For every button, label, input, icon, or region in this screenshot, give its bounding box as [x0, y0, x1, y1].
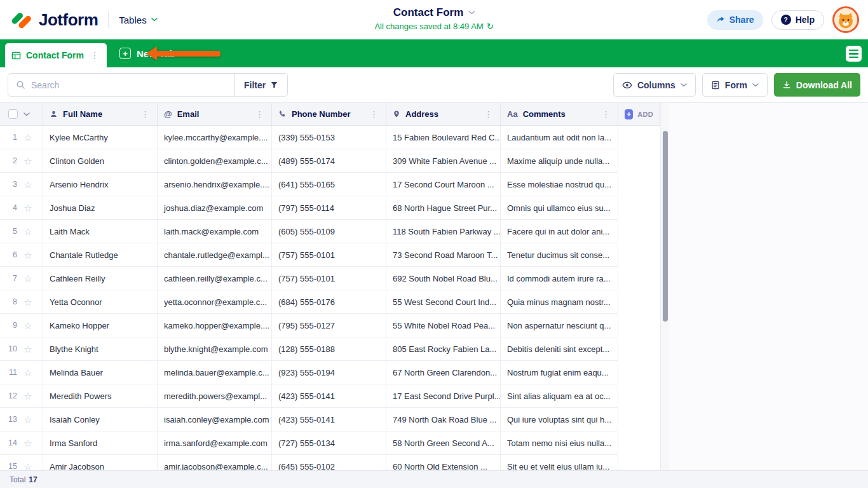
title-chevron-down-icon[interactable] [468, 11, 475, 15]
select-menu-chevron-icon[interactable] [24, 112, 30, 116]
add-column-button[interactable]: + ADD [618, 103, 660, 125]
cell-address[interactable]: 55 West Second Court Ind... [386, 290, 501, 313]
cell-phone[interactable]: (641) 555-0165 [272, 173, 386, 196]
cell-address[interactable]: 749 North Oak Road Blue ... [386, 408, 501, 431]
star-icon[interactable]: ☆ [24, 274, 32, 283]
cell-phone[interactable]: (727) 555-0134 [272, 431, 386, 454]
column-header-email[interactable]: @ Email ⋮ [158, 103, 272, 125]
cell-full-name[interactable]: Chantale Rutledge [43, 243, 158, 266]
form-button[interactable]: Form [702, 73, 768, 97]
cell-address[interactable]: 17 East Second Drive Purpl... [386, 384, 501, 407]
share-button[interactable]: Share [707, 10, 763, 30]
vertical-scrollbar[interactable] [660, 103, 669, 470]
cell-full-name[interactable]: Kylee McCarthy [43, 126, 158, 149]
cell-full-name[interactable]: Isaiah Conley [43, 408, 158, 431]
cell-phone[interactable]: (757) 555-0101 [272, 243, 386, 266]
scrollbar-thumb[interactable] [663, 131, 668, 322]
cell-email[interactable]: isaiah.conley@example.com [158, 408, 272, 431]
cell-comments[interactable]: Qui iure voluptas sint qui h... [501, 408, 618, 431]
cell-address[interactable]: 15 Fabien Boulevard Red C... [386, 126, 501, 149]
cell-phone[interactable]: (423) 555-0141 [272, 408, 386, 431]
tables-nav-dropdown[interactable]: Tables [119, 15, 157, 25]
cell-email[interactable]: meredith.powers@exampl... [158, 384, 272, 407]
star-icon[interactable]: ☆ [24, 250, 32, 260]
cell-address[interactable]: 17 Second Court Maroon ... [386, 173, 501, 196]
column-header-phone[interactable]: Phone Number ⋮ [272, 103, 386, 125]
star-icon[interactable]: ☆ [24, 227, 32, 236]
cell-email[interactable]: arsenio.hendrix@example.... [158, 173, 272, 196]
download-all-button[interactable]: Download All [774, 73, 860, 97]
cell-email[interactable]: chantale.rutledge@exampl... [158, 243, 272, 266]
cell-address[interactable]: 58 North Green Second A... [386, 431, 501, 454]
cell-full-name[interactable]: Irma Sanford [43, 431, 158, 454]
cell-email[interactable]: blythe.knight@example.com [158, 337, 272, 360]
select-all-checkbox[interactable] [8, 109, 18, 119]
cell-full-name[interactable]: Amir Jacobson [43, 455, 158, 470]
cell-full-name[interactable]: Clinton Golden [43, 149, 158, 172]
cell-comments[interactable]: Non aspernatur nesciunt q... [501, 314, 618, 337]
column-menu-icon[interactable]: ⋮ [600, 109, 611, 119]
star-icon[interactable]: ☆ [24, 321, 32, 330]
cell-comments[interactable]: Sint alias aliquam ea at oc... [501, 384, 618, 407]
star-icon[interactable]: ☆ [24, 133, 32, 142]
cell-full-name[interactable]: Yetta Oconnor [43, 290, 158, 313]
star-icon[interactable]: ☆ [24, 462, 32, 471]
cell-comments[interactable]: Laudantium aut odit non la... [501, 126, 618, 149]
cell-comments[interactable]: Maxime aliquip unde nulla... [501, 149, 618, 172]
column-menu-icon[interactable]: ⋮ [369, 109, 379, 119]
cell-full-name[interactable]: Blythe Knight [43, 337, 158, 360]
cell-address[interactable]: 68 North Hague Street Pur... [386, 196, 501, 219]
column-header-full-name[interactable]: Full Name ⋮ [43, 103, 158, 125]
cell-phone[interactable]: (795) 555-0127 [272, 314, 386, 337]
star-icon[interactable]: ☆ [24, 180, 32, 189]
filter-button[interactable]: Filter [234, 74, 287, 96]
star-icon[interactable]: ☆ [24, 415, 32, 424]
cell-phone[interactable]: (339) 555-0153 [272, 126, 386, 149]
star-icon[interactable]: ☆ [24, 203, 32, 213]
tab-list-toggle-button[interactable] [846, 46, 862, 62]
cell-comments[interactable]: Sit eu et velit eius ullam iu... [501, 455, 618, 470]
jotform-logo[interactable]: Jotform [9, 9, 98, 30]
cell-full-name[interactable]: Meredith Powers [43, 384, 158, 407]
cell-phone[interactable]: (128) 555-0188 [272, 337, 386, 360]
cell-address[interactable]: 67 North Green Clarendon... [386, 361, 501, 384]
cell-comments[interactable]: Id commodi autem irure ra... [501, 267, 618, 290]
cell-phone[interactable]: (757) 555-0101 [272, 267, 386, 290]
cell-phone[interactable]: (423) 555-0141 [272, 384, 386, 407]
search-input[interactable] [31, 80, 227, 90]
cell-full-name[interactable]: Kameko Hopper [43, 314, 158, 337]
column-header-comments[interactable]: Aa Comments ⋮ [501, 103, 618, 125]
tab-contact-form[interactable]: Contact Form ⋮ [5, 43, 107, 67]
cell-email[interactable]: laith.mack@example.com [158, 220, 272, 243]
column-menu-icon[interactable]: ⋮ [140, 109, 151, 119]
cell-full-name[interactable]: Cathleen Reilly [43, 267, 158, 290]
cell-address[interactable]: 692 South Nobel Road Blu... [386, 267, 501, 290]
cell-address[interactable]: 118 South Fabien Parkway ... [386, 220, 501, 243]
cell-comments[interactable]: Nostrum fugiat enim eaqu... [501, 361, 618, 384]
star-icon[interactable]: ☆ [24, 156, 32, 166]
cell-email[interactable]: kameko.hopper@example.... [158, 314, 272, 337]
cell-comments[interactable]: Quia minus magnam nostr... [501, 290, 618, 313]
help-button[interactable]: ? Help [771, 10, 824, 30]
cell-phone[interactable]: (605) 555-0109 [272, 220, 386, 243]
cell-full-name[interactable]: Arsenio Hendrix [43, 173, 158, 196]
star-icon[interactable]: ☆ [24, 391, 32, 401]
cell-email[interactable]: yetta.oconnor@example.c... [158, 290, 272, 313]
column-menu-icon[interactable]: ⋮ [483, 109, 494, 119]
cell-email[interactable]: amir.jacobson@example.c... [158, 455, 272, 470]
cell-comments[interactable]: Facere qui in aut dolor ani... [501, 220, 618, 243]
cell-email[interactable]: kylee.mccarthy@example.... [158, 126, 272, 149]
cell-email[interactable]: irma.sanford@example.com [158, 431, 272, 454]
star-icon[interactable]: ☆ [24, 438, 32, 448]
cell-phone[interactable]: (923) 555-0194 [272, 361, 386, 384]
cell-comments[interactable]: Tenetur ducimus sit conse... [501, 243, 618, 266]
cell-phone[interactable]: (489) 555-0174 [272, 149, 386, 172]
cell-address[interactable]: 73 Second Road Maroon T... [386, 243, 501, 266]
cell-address[interactable]: 55 White Nobel Road Pea... [386, 314, 501, 337]
cell-address[interactable]: 60 North Old Extension ... [386, 455, 501, 470]
cell-email[interactable]: cathleen.reilly@example.c... [158, 267, 272, 290]
tab-menu-icon[interactable]: ⋮ [89, 50, 100, 60]
cell-comments[interactable]: Omnis qui ullamco eius su... [501, 196, 618, 219]
cell-phone[interactable]: (645) 555-0102 [272, 455, 386, 470]
cell-full-name[interactable]: Melinda Bauer [43, 361, 158, 384]
